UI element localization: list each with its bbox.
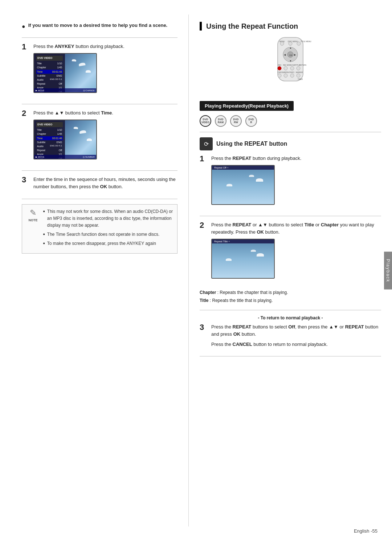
bottom-bar-2: ▶ MOVE◎ NUMBER (34, 155, 96, 159)
section-title: Using the Repeat Function (200, 22, 381, 31)
menu-row-audio-1: AudioENG DD 5.1 (36, 78, 63, 82)
repeat-bird-6 (226, 258, 232, 261)
step-2-text: Press the ▲▼ buttons to select Time. (33, 109, 177, 117)
step-1-bold-anykey: ANYKEY (55, 44, 74, 49)
right-divider-1 (200, 132, 381, 132)
right-step-3-cancel-note: Press the CANCEL button to return to nor… (211, 341, 381, 348)
step-1-text: Press the ANYKEY button during playback. (33, 43, 177, 50)
step-3-num: 3 (22, 176, 30, 184)
menu-overlay-2: DVD VIDEO Title1/10 Chapter1/45 Time00:0… (34, 120, 65, 160)
title-bold: Title (200, 298, 208, 303)
disc-dvd-ram-circle: DVDRAM (215, 115, 226, 127)
normal-return-label: - To return to normal playback - (200, 315, 381, 320)
step-1-content: Press the ANYKEY button during playback.… (33, 43, 177, 99)
repeat-icon-glyph: ⟳ (204, 141, 209, 148)
svg-text:▲: ▲ (289, 47, 292, 49)
divider-4 (22, 199, 177, 199)
step-2-num: 2 (22, 109, 30, 117)
right-step-2-bold-chapter: Chapter (321, 222, 339, 227)
screen-mock-1: DVD VIDEO Title1/10 Chapter1/45 Time00:0… (33, 53, 97, 93)
remote-control-image: MENU DISC MENU TITLE MENU ▲ ▼ ◀ ▶ OK REC… (258, 36, 323, 94)
repeat-top-bar-2: Repeat Title ÷ (212, 239, 274, 243)
repeat-sky-bg-2 (212, 239, 274, 278)
subsection-title-text: Using the REPEAT button (216, 141, 287, 147)
bullet-dot: ● (22, 22, 25, 31)
svg-point-20 (290, 66, 294, 70)
chapter-note: Chapter : Repeats the chapter that is pl… (200, 289, 381, 297)
bird-background-1 (60, 54, 96, 93)
note-item-1: This may not work for some discs. When a… (43, 208, 173, 229)
menu-title-1: DVD VIDEO (36, 56, 63, 61)
title-note-text: : Repeats the title that is playing. (210, 298, 273, 303)
title-bar-decoration (200, 22, 202, 31)
menu-row-chapter-1: Chapter1/45 (36, 65, 63, 69)
right-step-2-bold-repeat: REPEAT (233, 222, 252, 227)
step-2-content: Press the ▲▼ buttons to select Time. DVD… (33, 109, 177, 165)
bullet-intro: ● If you want to move to a desired time … (22, 22, 177, 31)
playing-badge: Playing Repeatedly(Repeat Playback) (200, 101, 294, 111)
svg-text:REC: REC (278, 64, 282, 66)
bottom-bar-1: ▶ MOVE◎ CHANGE (34, 88, 96, 92)
repeat-sky-bg-1 (212, 166, 274, 204)
divider-1 (22, 37, 177, 38)
disc-dvd-r-circle: DVDR (245, 115, 257, 127)
step-3-content: Enter the time in the sequence of hours,… (33, 176, 177, 193)
menu-row-subtitle-1: SubtitleENG (36, 74, 63, 78)
ct-notes: Chapter : Repeats the chapter that is pl… (200, 289, 381, 304)
svg-point-18 (278, 66, 281, 70)
menu-row-audio-2: AudioENG DD 5.1 (36, 144, 63, 148)
menu-row-title-2: Title1/10 (36, 128, 63, 132)
repeat-bird-2 (249, 175, 254, 177)
note-item-2-text: The Time Search function does not operat… (47, 231, 160, 238)
left-column: ● If you want to move to a desired time … (0, 15, 189, 526)
note-icon-area: ✎ NOTE (26, 208, 40, 222)
right-step-2-bold-ok: OK (257, 229, 264, 235)
right-step-3-bold-repeat: REPEAT (233, 324, 252, 330)
menu-row-subtitle-2: SubtitleENG (36, 140, 63, 144)
screen-mock-2: DVD VIDEO Title1/10 Chapter1/45 Time00:0… (33, 120, 97, 160)
repeat-status-2: Repeat Title ÷ (214, 240, 230, 243)
right-step-3-text: Press the REPEAT buttons to select Off, … (211, 323, 381, 338)
note-list: This may not work for some discs. When a… (43, 208, 173, 250)
repeat-top-bar-1: Repeat Off ÷ (212, 166, 274, 170)
svg-text:RETURN: RETURN (299, 64, 306, 66)
menu-row-title-1: Title1/10 (36, 61, 63, 65)
footer-text: English -55 (354, 528, 377, 534)
svg-text:INFO: INFO (290, 72, 294, 73)
menu-row-chapter-2: Chapter1/45 (36, 132, 63, 136)
svg-point-26 (278, 74, 281, 77)
right-step-2-bold-title: Title (305, 222, 314, 227)
right-divider-4 (200, 356, 381, 356)
note-item-2: The Time Search function does not operat… (43, 231, 173, 238)
repeat-bird-5 (251, 250, 256, 252)
bird-3 (86, 70, 91, 73)
note-box: ✎ NOTE This may not work for some discs.… (22, 204, 177, 254)
svg-text:TIMER: TIMER (298, 78, 303, 80)
right-step-1-text: Press the REPEAT button during playback. (211, 155, 381, 162)
disc-dvd-video-circle: DVDVIDEO (200, 115, 211, 127)
svg-point-19 (284, 66, 287, 70)
chapter-note-text: : Repeats the chapter that is playing. (217, 290, 288, 295)
note-item-3: To make the screen disappear, press the … (43, 240, 173, 247)
repeat-bird-4 (257, 253, 264, 257)
svg-text:SUBTITLE: SUBTITLE (292, 64, 300, 66)
repeat-icon-box: ⟳ (200, 137, 213, 150)
note-symbol-icon: ✎ (30, 208, 36, 218)
disc-icon-dvd-video: DVDVIDEO (200, 115, 211, 127)
disc-icons-row: DVDVIDEO DVDRAM DVDRW DVDR (200, 115, 381, 127)
right-step-3-bold-cancel: CANCEL (233, 342, 252, 347)
right-column: Using the Repeat Function MENU DISC MENU… (189, 15, 392, 526)
right-step-3-num: 3 (200, 323, 208, 331)
right-step-1-num: 1 (200, 155, 208, 163)
divider-2 (22, 104, 177, 104)
right-divider-2 (200, 216, 381, 216)
bird-2 (72, 59, 76, 62)
remote-svg: MENU DISC MENU TITLE MENU ▲ ▼ ◀ ▶ OK REC… (258, 36, 323, 94)
svg-text:REPEAT: REPEAT (284, 72, 290, 73)
right-step-2-num: 2 (200, 221, 208, 229)
menu-row-repeat-2: RepeatOff (36, 148, 63, 152)
step-3: 3 Enter the time in the sequence of hour… (22, 176, 177, 193)
disc-icon-dvd-r: DVDR (245, 115, 257, 127)
svg-point-11 (280, 42, 284, 45)
bullet-intro-text: If you want to move to a desired time to… (28, 22, 168, 29)
